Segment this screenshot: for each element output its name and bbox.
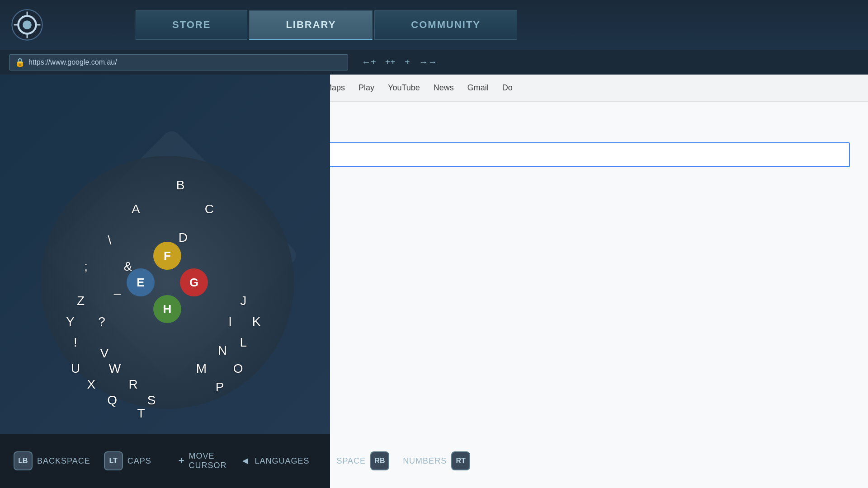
google-page: uages Maps Play YouTube News Gmail Do ▶ <box>280 75 868 488</box>
ctrl-btn-G[interactable]: G <box>180 268 208 296</box>
numbers-rt-group: NUMBERS RT <box>403 451 470 470</box>
bottom-controls: LB BACKSPACE LT CAPS + MOVE CURSOR ◄ LAN… <box>0 434 330 488</box>
google-search-area: ▶ <box>280 102 868 488</box>
url-text: https://www.google.com.au/ <box>28 58 117 66</box>
lock-icon: 🔒 <box>15 57 25 67</box>
nav-buttons: STORE LIBRARY COMMUNITY <box>136 10 517 40</box>
lb-badge[interactable]: LB <box>14 451 33 470</box>
key-I[interactable]: I <box>228 314 232 329</box>
key-Y[interactable]: Y <box>66 314 75 329</box>
key-U[interactable]: U <box>71 361 80 376</box>
controller-buttons: F E G H <box>127 242 208 323</box>
ctrl-btn-H[interactable]: H <box>153 295 181 323</box>
key-C[interactable]: C <box>205 202 214 216</box>
key-B[interactable]: B <box>176 178 185 192</box>
browser-controls: ←+ ++ + →→ <box>362 57 437 67</box>
google-nav-youtube[interactable]: YouTube <box>388 83 420 93</box>
lt-badge[interactable]: LT <box>104 451 123 470</box>
radial-container: B A C D \ ; & _ Z Y ? ! V U W X R Q S T … <box>36 151 298 413</box>
library-nav-button[interactable]: LIBRARY <box>249 10 373 40</box>
back-button[interactable]: ←+ <box>362 57 376 67</box>
google-nav-play[interactable]: Play <box>359 83 374 93</box>
google-nav-bar: uages Maps Play YouTube News Gmail Do <box>280 75 868 102</box>
url-bar-container[interactable]: 🔒 https://www.google.com.au/ <box>9 54 348 70</box>
zoom-add-button[interactable]: ++ <box>385 57 396 67</box>
lb-backspace-group: LB BACKSPACE <box>14 451 90 470</box>
main-content: uages Maps Play YouTube News Gmail Do ▶ … <box>0 75 868 488</box>
ctrl-btn-F[interactable]: F <box>153 242 181 270</box>
key-W[interactable]: W <box>109 361 121 376</box>
zoom-out-button[interactable]: + <box>405 57 410 67</box>
backspace-label: BACKSPACE <box>37 456 90 466</box>
move-cursor-group: + MOVE CURSOR <box>179 451 227 470</box>
key-M[interactable]: M <box>196 361 207 376</box>
key-X[interactable]: X <box>87 377 95 392</box>
languages-group: ◄ LANGUAGES <box>241 455 310 467</box>
forward-button[interactable]: →→ <box>419 57 437 67</box>
key-P[interactable]: P <box>216 380 224 394</box>
key-K[interactable]: K <box>252 314 261 329</box>
key-V[interactable]: V <box>100 346 108 361</box>
google-nav-gmail[interactable]: Gmail <box>467 83 489 93</box>
caps-label: CAPS <box>127 456 151 466</box>
key-J[interactable]: J <box>240 294 246 308</box>
google-nav-do[interactable]: Do <box>502 83 513 93</box>
steam-logo <box>9 7 45 43</box>
key-R[interactable]: R <box>128 377 137 392</box>
space-rb-group: SPACE RB <box>336 451 389 470</box>
key-Z[interactable]: Z <box>77 294 85 308</box>
numbers-label: NUMBERS <box>403 456 447 466</box>
rb-badge[interactable]: RB <box>370 451 389 470</box>
google-search-input[interactable] <box>298 142 850 167</box>
google-nav-news[interactable]: News <box>434 83 454 93</box>
community-nav-button[interactable]: COMMUNITY <box>374 10 517 40</box>
key-underscore[interactable]: _ <box>114 281 121 295</box>
key-T[interactable]: T <box>137 406 145 421</box>
key-exclamation[interactable]: ! <box>74 335 77 350</box>
key-Q[interactable]: Q <box>107 393 117 408</box>
store-nav-button[interactable]: STORE <box>136 10 247 40</box>
ctrl-btn-E[interactable]: E <box>127 268 155 296</box>
header: STORE LIBRARY COMMUNITY <box>0 0 868 50</box>
key-O[interactable]: O <box>233 361 243 376</box>
key-L[interactable]: L <box>240 335 247 350</box>
languages-label: LANGUAGES <box>255 456 309 466</box>
browser-bar: 🔒 https://www.google.com.au/ ←+ ++ + →→ <box>0 50 868 75</box>
key-N[interactable]: N <box>218 343 227 358</box>
keyboard-overlay: B A C D \ ; & _ Z Y ? ! V U W X R Q S T … <box>0 75 330 488</box>
lt-caps-group: LT CAPS <box>104 451 151 470</box>
svg-point-2 <box>23 20 32 29</box>
move-cursor-label: MOVE CURSOR <box>189 451 227 470</box>
key-S[interactable]: S <box>147 393 156 408</box>
key-question[interactable]: ? <box>98 314 105 329</box>
key-backslash[interactable]: \ <box>108 233 112 248</box>
key-semicolon[interactable]: ; <box>84 259 88 274</box>
space-label: SPACE <box>336 456 366 466</box>
key-A[interactable]: A <box>132 202 140 216</box>
rt-badge[interactable]: RT <box>451 451 470 470</box>
